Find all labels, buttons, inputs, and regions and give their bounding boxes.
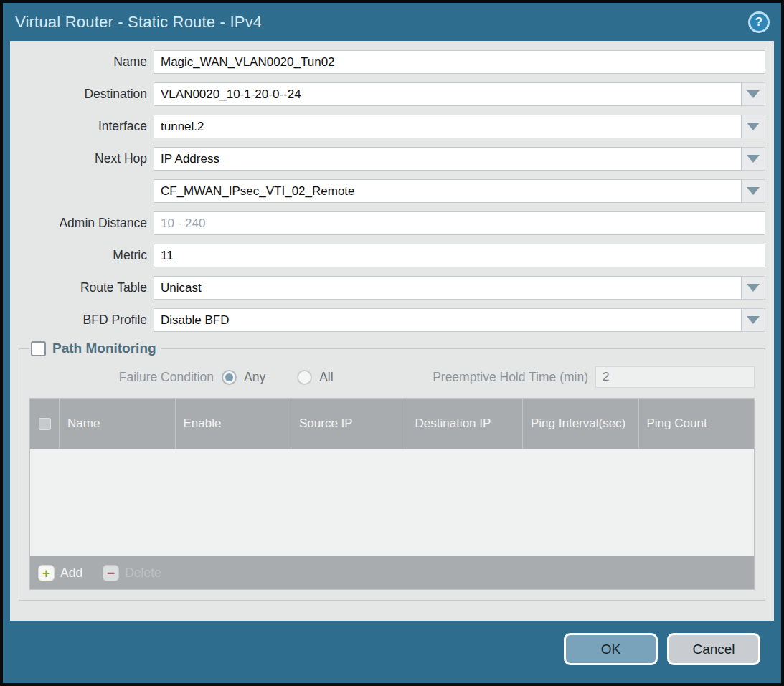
delete-button-label: Delete <box>125 566 161 581</box>
preemptive-hold-time-label: Preemptive Hold Time (min) <box>433 370 595 385</box>
column-header-source-ip[interactable]: Source IP <box>291 399 407 449</box>
form-row-interface: Interface <box>19 115 765 138</box>
destination-label: Destination <box>19 87 154 102</box>
chevron-down-icon <box>747 155 760 163</box>
radio-any-label: Any <box>244 370 265 385</box>
name-input[interactable] <box>154 50 765 74</box>
minus-icon: − <box>103 565 119 581</box>
admin-distance-input[interactable] <box>154 211 765 235</box>
interface-label: Interface <box>19 119 154 134</box>
table-header-row: Name Enable Source IP Destination IP Pin… <box>30 399 754 449</box>
metric-label: Metric <box>19 248 154 263</box>
bfd-profile-dropdown-button[interactable] <box>742 308 765 332</box>
column-header-ping-count[interactable]: Ping Count <box>638 399 755 449</box>
add-button[interactable]: + Add <box>38 565 82 581</box>
chevron-down-icon <box>747 123 760 130</box>
help-icon[interactable]: ? <box>748 11 770 33</box>
path-monitoring-legend: Path Monitoring <box>29 340 161 356</box>
add-button-label: Add <box>60 566 82 581</box>
table-header-checkbox-cell <box>30 399 59 449</box>
destination-dropdown-button[interactable] <box>742 82 765 106</box>
cancel-button[interactable]: Cancel <box>667 633 760 665</box>
page-title: Virtual Router - Static Route - IPv4 <box>15 13 262 32</box>
form-row-bfd-profile: BFD Profile <box>19 308 765 332</box>
bfd-profile-label: BFD Profile <box>19 313 154 328</box>
next-hop-label: Next Hop <box>19 151 154 166</box>
path-monitoring-table: Name Enable Source IP Destination IP Pin… <box>29 398 755 590</box>
delete-button[interactable]: − Delete <box>103 565 161 581</box>
select-all-checkbox[interactable] <box>39 418 51 430</box>
destination-input[interactable] <box>154 82 742 106</box>
path-monitoring-section: Path Monitoring Failure Condition Any Al… <box>19 340 765 601</box>
name-label: Name <box>19 54 154 70</box>
dialog-footer: OK Cancel <box>3 621 781 683</box>
chevron-down-icon <box>747 284 760 292</box>
form-row-route-table: Route Table <box>19 276 765 300</box>
failure-condition-radio-any[interactable] <box>222 370 237 385</box>
chevron-down-icon <box>747 187 760 195</box>
route-table-input[interactable] <box>154 276 742 300</box>
bfd-profile-input[interactable] <box>154 308 742 332</box>
form-row-next-hop: Next Hop <box>19 147 765 171</box>
failure-condition-radio-all[interactable] <box>297 370 312 385</box>
radio-all-label: All <box>319 370 333 385</box>
column-header-name[interactable]: Name <box>59 399 175 449</box>
path-monitoring-checkbox[interactable] <box>31 341 46 356</box>
interface-dropdown-button[interactable] <box>742 115 765 138</box>
path-monitoring-title: Path Monitoring <box>52 340 156 356</box>
next-hop-address-dropdown-button[interactable] <box>742 179 765 203</box>
form-row-admin-distance: Admin Distance <box>19 211 765 235</box>
admin-distance-label: Admin Distance <box>19 216 154 231</box>
title-bar: Virtual Router - Static Route - IPv4 ? <box>3 3 781 41</box>
form-row-next-hop-address <box>19 179 765 203</box>
dialog-content: Name Destination Interface Next Hop <box>10 41 774 621</box>
failure-condition-row: Failure Condition Any All Preemptive Hol… <box>29 366 755 389</box>
column-header-ping-interval[interactable]: Ping Interval(sec) <box>522 399 638 449</box>
form-row-destination: Destination <box>19 82 765 106</box>
ok-button[interactable]: OK <box>564 633 658 665</box>
table-toolbar: + Add − Delete <box>30 556 754 589</box>
column-header-enable[interactable]: Enable <box>175 399 291 449</box>
metric-input[interactable] <box>154 244 765 267</box>
form-row-name: Name <box>19 50 765 74</box>
plus-icon: + <box>38 565 55 581</box>
column-header-destination-ip[interactable]: Destination IP <box>407 399 523 449</box>
route-table-label: Route Table <box>19 280 154 295</box>
chevron-down-icon <box>747 316 760 324</box>
next-hop-type-dropdown-button[interactable] <box>742 147 765 171</box>
interface-input[interactable] <box>154 115 742 138</box>
next-hop-type-input[interactable] <box>154 147 742 171</box>
chevron-down-icon <box>747 90 760 98</box>
static-route-dialog: Virtual Router - Static Route - IPv4 ? N… <box>0 0 784 686</box>
failure-condition-label: Failure Condition <box>29 370 222 385</box>
preemptive-hold-time-input[interactable] <box>595 366 755 388</box>
route-table-dropdown-button[interactable] <box>742 276 765 300</box>
table-body-empty <box>30 449 754 556</box>
form-row-metric: Metric <box>19 244 765 267</box>
next-hop-address-input[interactable] <box>154 179 742 203</box>
